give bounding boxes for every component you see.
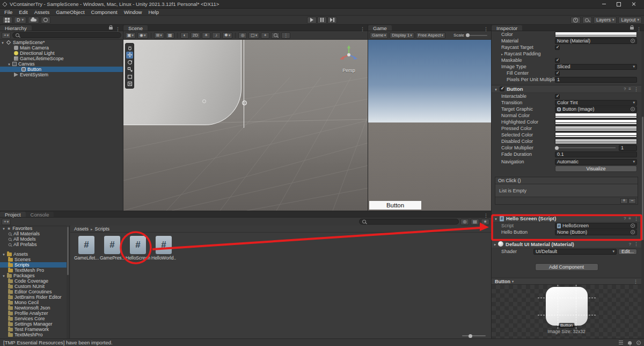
game-ui-button[interactable]: Button xyxy=(369,201,421,210)
preset-icon[interactable] xyxy=(628,86,631,91)
scale-slider[interactable] xyxy=(466,35,487,36)
interactable-checkbox[interactable] xyxy=(555,94,560,99)
lock-icon[interactable] xyxy=(630,27,634,30)
highlighted-color-swatch[interactable] xyxy=(555,119,637,125)
search-by-label-button[interactable]: ▤ xyxy=(471,219,479,225)
camera-settings-button[interactable]: ▢ xyxy=(248,32,259,39)
tree-package-item[interactable]: JetBrains Rider Editor xyxy=(0,294,69,300)
script-field[interactable]: HelloScreen xyxy=(555,223,637,229)
add-component-button[interactable]: Add Component xyxy=(535,263,598,271)
aspect-dropdown[interactable]: Free Aspect xyxy=(416,32,445,39)
disabled-color-swatch[interactable] xyxy=(555,139,637,144)
minimize-button[interactable] xyxy=(596,0,611,8)
account-dropdown[interactable]: D xyxy=(14,17,26,24)
hierarchy-searchbox[interactable] xyxy=(12,32,121,38)
object-picker-icon[interactable] xyxy=(631,230,635,234)
component-menu-icon[interactable] xyxy=(634,216,639,221)
lock-icon[interactable] xyxy=(109,27,113,30)
foldout-icon[interactable] xyxy=(2,226,5,231)
foldout-icon[interactable] xyxy=(494,86,497,92)
projection-label[interactable]: Persp xyxy=(336,68,362,73)
preset-icon[interactable] xyxy=(628,216,631,221)
color-multiplier-slider[interactable] xyxy=(555,147,616,148)
preview-header[interactable]: Button ▾ xyxy=(492,278,641,285)
grid-snapping-button[interactable]: ⊞ xyxy=(154,32,164,39)
ppu-field[interactable]: 1 xyxy=(555,77,637,83)
asset-helloscreen[interactable]: HelloScreen xyxy=(126,236,150,261)
foldout-icon[interactable] xyxy=(8,61,11,67)
notification-bell-icon[interactable] xyxy=(628,341,632,344)
pressed-color-swatch[interactable] xyxy=(555,126,637,131)
tree-packages-root[interactable]: Packages xyxy=(0,273,69,278)
asset-gamepresenter[interactable]: GamePres... xyxy=(100,236,124,261)
scene-search-button[interactable] xyxy=(271,32,280,39)
tab-scene[interactable]: Scene xyxy=(123,25,148,31)
hierarchy-item-scene[interactable]: SampleScene* xyxy=(0,40,123,45)
play-button[interactable] xyxy=(307,17,317,24)
foldout-icon[interactable] xyxy=(2,251,5,257)
tree-package-item[interactable]: Newtonsoft Json xyxy=(0,305,69,311)
draw-mode-button[interactable]: ◐ xyxy=(180,32,189,39)
visibility-toggle-button[interactable]: ◎ xyxy=(238,32,247,39)
tab-project[interactable]: Project xyxy=(0,212,26,217)
hierarchy-search-input[interactable] xyxy=(21,33,118,38)
tab-hierarchy[interactable]: Hierarchy xyxy=(0,25,32,31)
menu-item-window[interactable]: Window xyxy=(121,9,145,15)
console-icon[interactable] xyxy=(619,341,623,344)
scene-viewport[interactable]: Persp xyxy=(123,40,368,211)
services-button[interactable] xyxy=(41,17,50,24)
tree-all-prefabs[interactable]: All Prefabs xyxy=(0,242,69,247)
tree-package-item[interactable]: Custom NUnit xyxy=(0,284,69,289)
foldout-icon[interactable] xyxy=(494,215,497,221)
foldout-icon[interactable] xyxy=(2,273,5,278)
search-by-type-button[interactable]: ◎ xyxy=(460,219,469,225)
hello-screen-component-header[interactable]: Hello Screen (Script) xyxy=(492,214,641,222)
layers-dropdown[interactable]: Layers xyxy=(594,17,617,24)
selected-color-swatch[interactable] xyxy=(555,132,637,138)
tree-textmesh-pro[interactable]: TextMesh Pro xyxy=(0,268,69,273)
view-tool-button[interactable] xyxy=(126,44,133,52)
tree-package-item[interactable]: Test Framework xyxy=(0,327,69,332)
shader-dropdown[interactable]: UI/Default xyxy=(533,249,617,255)
tree-all-materials[interactable]: All Materials xyxy=(0,231,69,236)
project-search-input[interactable] xyxy=(368,219,456,225)
menu-item-assets[interactable]: Assets xyxy=(31,9,53,15)
color-multiplier-field[interactable]: 1 xyxy=(619,145,637,151)
transform-tool-button[interactable] xyxy=(126,81,133,88)
gizmos-dropdown[interactable]: ⌖ xyxy=(261,32,269,39)
rotate-tool-button[interactable] xyxy=(126,59,133,66)
tree-package-item[interactable]: Mono Cecil xyxy=(0,300,69,305)
tab-game[interactable]: Game xyxy=(368,25,392,31)
asset-gamelifetimescope[interactable]: GameLifet... xyxy=(75,236,98,261)
game-viewport[interactable]: Button xyxy=(368,40,491,211)
inspector-scrollbar[interactable] xyxy=(641,31,644,338)
tree-scrollbar[interactable] xyxy=(67,226,69,338)
scene-more-button[interactable] xyxy=(281,32,290,39)
global-search-button[interactable] xyxy=(582,17,592,24)
object-picker-icon[interactable] xyxy=(631,39,635,43)
menu-item-file[interactable]: File xyxy=(1,9,16,15)
help-icon[interactable] xyxy=(629,242,631,247)
tree-package-item[interactable]: Profile Analyzer xyxy=(0,311,69,316)
material-component-header[interactable]: ▸ Default UI Material (Material) xyxy=(492,240,641,248)
step-button[interactable] xyxy=(327,17,337,24)
tool-settings-button[interactable]: ▣ xyxy=(125,32,136,39)
fill-center-checkbox[interactable] xyxy=(555,71,560,76)
component-menu-icon[interactable] xyxy=(634,241,639,247)
hierarchy-item-button[interactable]: Button xyxy=(0,67,123,72)
menu-item-edit[interactable]: Edit xyxy=(16,9,31,15)
move-tool-button[interactable] xyxy=(126,52,133,59)
account-grid-button[interactable] xyxy=(2,17,12,24)
preview-menu-icon[interactable] xyxy=(633,279,638,284)
tree-all-models[interactable]: All Models xyxy=(0,236,69,242)
foldout-icon[interactable]: ▸ xyxy=(494,242,496,246)
create-object-button[interactable]: + xyxy=(2,32,11,39)
material-object-field[interactable]: None (Material) xyxy=(555,38,637,44)
rect-tool-button[interactable] xyxy=(126,73,133,81)
hierarchy-item-gamelifetimescope[interactable]: GameLifetimeScope xyxy=(0,56,123,61)
menu-item-gameobject[interactable]: GameObject xyxy=(53,9,87,15)
object-picker-icon[interactable] xyxy=(631,224,635,228)
pivot-mode-button[interactable]: ◉ xyxy=(137,32,148,39)
tab-inspector[interactable]: Inspector xyxy=(492,25,522,31)
menu-item-component[interactable]: Component xyxy=(88,9,121,15)
